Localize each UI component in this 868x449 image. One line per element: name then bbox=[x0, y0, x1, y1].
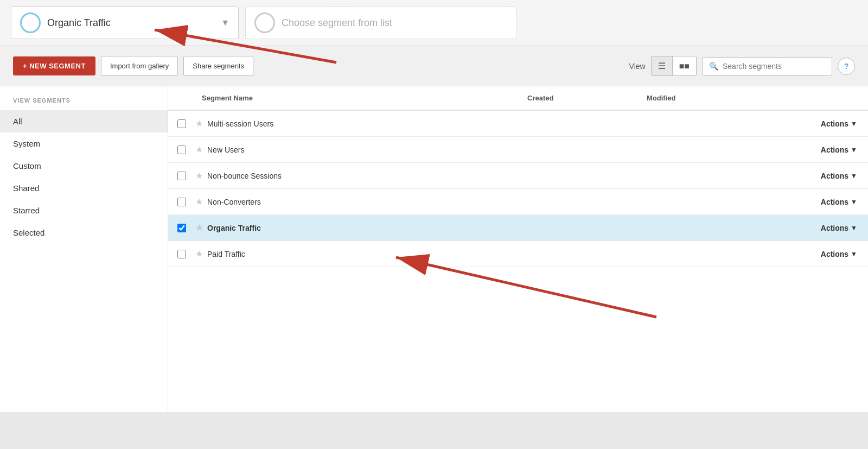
segment-name-6: Paid Traffic bbox=[207, 250, 245, 258]
row-actions-2: Actions ▼ bbox=[760, 146, 868, 154]
top-segment-bar: Organic Traffic ▼ Choose segment from li… bbox=[0, 0, 868, 46]
actions-chevron-5: ▼ bbox=[851, 224, 857, 232]
share-segments-button[interactable]: Share segments bbox=[183, 56, 253, 76]
sidebar-section-label: VIEW SEGMENTS bbox=[0, 97, 168, 110]
row-checkbox-2[interactable] bbox=[168, 146, 195, 154]
segment-name-1: Multi-session Users bbox=[207, 119, 273, 128]
row-name-1: ★ Multi-session Users bbox=[195, 118, 521, 129]
checkbox-1[interactable] bbox=[177, 119, 186, 128]
segment-name-4: Non-Converters bbox=[207, 198, 261, 206]
actions-button-4[interactable]: Actions bbox=[821, 198, 848, 206]
actions-button-1[interactable]: Actions bbox=[821, 119, 848, 128]
help-button[interactable]: ? bbox=[838, 58, 855, 75]
star-icon-2[interactable]: ★ bbox=[195, 144, 203, 155]
star-icon-1[interactable]: ★ bbox=[195, 118, 203, 129]
checkbox-3[interactable] bbox=[177, 172, 186, 180]
table-row-selected: ★ Organic Traffic Actions ▼ bbox=[168, 215, 868, 241]
col-created: Created bbox=[521, 94, 640, 102]
segment-circle-2 bbox=[254, 12, 275, 33]
actions-button-5[interactable]: Actions bbox=[821, 224, 848, 232]
segment-name-5: Organic Traffic bbox=[207, 224, 261, 232]
segment-selector-1-label: Organic Traffic bbox=[47, 17, 214, 29]
checkbox-5[interactable] bbox=[177, 224, 186, 232]
row-checkbox-5[interactable] bbox=[168, 224, 195, 232]
actions-chevron-6: ▼ bbox=[851, 250, 857, 258]
actions-button-3[interactable]: Actions bbox=[821, 172, 848, 180]
table-row: ★ Non-Converters Actions ▼ bbox=[168, 189, 868, 215]
table-row: ★ New Users Actions ▼ bbox=[168, 137, 868, 163]
body-layout: VIEW SEGMENTS All System Custom Shared S… bbox=[0, 86, 868, 412]
row-actions-4: Actions ▼ bbox=[760, 198, 868, 206]
col-actions bbox=[760, 94, 868, 102]
checkbox-6[interactable] bbox=[177, 250, 186, 258]
sidebar: VIEW SEGMENTS All System Custom Shared S… bbox=[0, 86, 168, 412]
table-header: Segment Name Created Modified bbox=[168, 86, 868, 111]
actions-chevron-2: ▼ bbox=[851, 146, 857, 154]
table-row: ★ Non-bounce Sessions Actions ▼ bbox=[168, 163, 868, 189]
grid-view-button[interactable]: ■■ bbox=[673, 56, 696, 75]
star-icon-4[interactable]: ★ bbox=[195, 197, 203, 207]
actions-button-6[interactable]: Actions bbox=[821, 250, 848, 258]
main-content: + NEW SEGMENT Import from gallery Share … bbox=[0, 46, 868, 412]
row-name-3: ★ Non-bounce Sessions bbox=[195, 170, 521, 181]
view-label: View bbox=[629, 62, 646, 71]
checkbox-4[interactable] bbox=[177, 198, 186, 206]
segment-selector-2[interactable]: Choose segment from list bbox=[245, 7, 516, 39]
table-row: ★ Paid Traffic Actions ▼ bbox=[168, 241, 868, 267]
row-actions-3: Actions ▼ bbox=[760, 172, 868, 180]
row-checkbox-3[interactable] bbox=[168, 172, 195, 180]
star-icon-3[interactable]: ★ bbox=[195, 170, 203, 181]
segment-selector-2-label: Choose segment from list bbox=[282, 17, 507, 29]
segment-selector-1[interactable]: Organic Traffic ▼ bbox=[11, 7, 239, 39]
row-checkbox-6[interactable] bbox=[168, 250, 195, 258]
segment-circle-1 bbox=[20, 12, 41, 33]
sidebar-item-selected[interactable]: Selected bbox=[0, 222, 168, 244]
actions-chevron-1: ▼ bbox=[851, 120, 857, 128]
sidebar-item-custom[interactable]: Custom bbox=[0, 155, 168, 177]
import-gallery-button[interactable]: Import from gallery bbox=[101, 56, 178, 76]
list-view-button[interactable]: ☰ bbox=[652, 56, 673, 75]
col-checkbox bbox=[168, 94, 195, 102]
row-name-6: ★ Paid Traffic bbox=[195, 249, 521, 259]
table-row: ★ Multi-session Users Actions ▼ bbox=[168, 111, 868, 137]
segment-name-2: New Users bbox=[207, 146, 244, 154]
segment-name-3: Non-bounce Sessions bbox=[207, 172, 282, 180]
actions-chevron-3: ▼ bbox=[851, 172, 857, 180]
sidebar-item-system[interactable]: System bbox=[0, 132, 168, 155]
search-box: 🔍 bbox=[702, 57, 832, 75]
row-name-2: ★ New Users bbox=[195, 144, 521, 155]
row-actions-6: Actions ▼ bbox=[760, 250, 868, 258]
checkbox-2[interactable] bbox=[177, 146, 186, 154]
sidebar-item-all[interactable]: All bbox=[0, 110, 168, 132]
toolbar: + NEW SEGMENT Import from gallery Share … bbox=[0, 46, 868, 86]
row-actions-1: Actions ▼ bbox=[760, 119, 868, 128]
view-toggle: ☰ ■■ bbox=[651, 56, 697, 76]
col-segment-name: Segment Name bbox=[195, 94, 521, 102]
col-modified: Modified bbox=[640, 94, 760, 102]
row-actions-5: Actions ▼ bbox=[760, 224, 868, 232]
row-checkbox-4[interactable] bbox=[168, 198, 195, 206]
table-area: Segment Name Created Modified bbox=[168, 86, 868, 412]
star-icon-6[interactable]: ★ bbox=[195, 249, 203, 259]
actions-button-2[interactable]: Actions bbox=[821, 146, 848, 154]
search-icon: 🔍 bbox=[709, 62, 718, 71]
chevron-down-icon: ▼ bbox=[221, 18, 229, 28]
search-input[interactable] bbox=[723, 62, 820, 71]
row-name-5: ★ Organic Traffic bbox=[195, 223, 521, 233]
actions-chevron-4: ▼ bbox=[851, 198, 857, 206]
star-icon-5[interactable]: ★ bbox=[195, 223, 203, 233]
row-name-4: ★ Non-Converters bbox=[195, 197, 521, 207]
sidebar-item-shared[interactable]: Shared bbox=[0, 177, 168, 199]
new-segment-button[interactable]: + NEW SEGMENT bbox=[13, 56, 95, 75]
sidebar-item-starred[interactable]: Starred bbox=[0, 199, 168, 222]
row-checkbox-1[interactable] bbox=[168, 119, 195, 128]
